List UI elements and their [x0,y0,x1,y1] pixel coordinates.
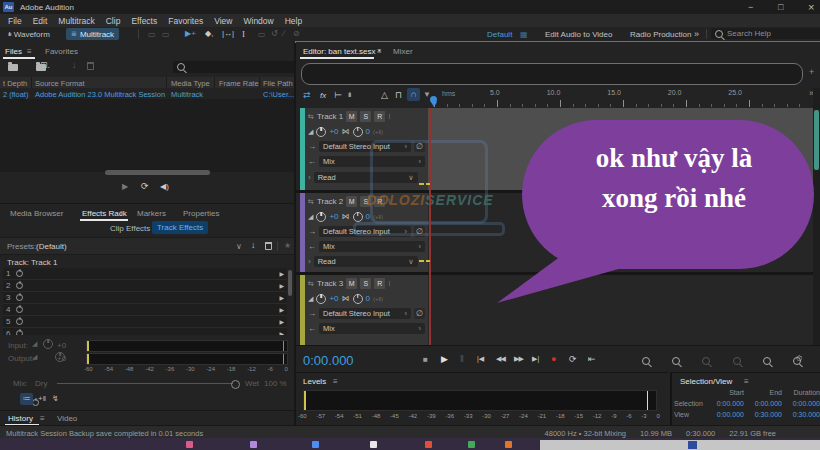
tab-properties[interactable]: Properties [183,209,219,218]
automation-expand-icon[interactable]: › [308,257,311,266]
pan-knob[interactable] [353,294,363,304]
preview-autoplay-speaker-icon[interactable]: ◀) [160,182,169,191]
effect-slot-row[interactable]: 6 ▶ [3,328,287,335]
preview-play-icon[interactable]: ▶ [122,182,128,191]
mute-button[interactable]: M [346,196,357,207]
monitor-input-button[interactable]: I [388,197,390,206]
arrange-tracks-icon[interactable]: ⇄ [303,90,311,100]
taskbar-app-icon[interactable] [425,441,432,448]
tab-files[interactable]: Files [5,47,22,56]
volume-value[interactable]: +0 [329,127,338,136]
open-file-icon[interactable] [8,64,18,71]
new-item-icon[interactable]: ⊞. [40,60,50,70]
editor-menu-icon[interactable]: ≡ [377,47,382,56]
files-panel-menu-icon[interactable]: ≡ [27,47,32,56]
effect-slot-row[interactable]: 4 ▶ [3,304,287,316]
move-tool-icon[interactable]: ▶+ [185,29,196,38]
menu-effects[interactable]: Effects [131,16,157,26]
multitrack-view-button[interactable]: ≣ Multitrack [66,28,119,40]
pre-post-toggle-icon[interactable]: +‖ [38,394,46,403]
workspace-edit-audio-to-video[interactable]: Edit Audio to Video [545,30,612,39]
save-preset-icon[interactable]: ↓ [251,240,256,250]
workspace-default-button[interactable]: Default [487,30,512,39]
playhead-time-display[interactable]: 0:00.000 [303,353,354,368]
loop-playback-button[interactable]: ⟳ [569,354,577,364]
slot-power-icon[interactable] [16,282,23,289]
history-menu-icon[interactable]: ≡ [40,414,45,423]
taskbar-focused-app-icon[interactable] [688,441,697,449]
selection-view-menu-icon[interactable]: ≡ [744,377,749,386]
taskbar-app-icon[interactable] [312,441,319,448]
minimize-button[interactable]: − [748,2,753,12]
tab-markers[interactable]: Markers [137,209,166,218]
menu-edit[interactable]: Edit [33,16,48,26]
subtab-clip-effects[interactable]: Clip Effects [110,224,150,233]
timeline-ruler[interactable]: hms 5.010.015.020.025.0 » [434,88,816,108]
zoom-out-time-icon[interactable] [672,357,680,365]
track-1-header[interactable]: ⇆ Track 1 M S R I ◢ +0 ⋈ 0 (+‖) → Defaul… [300,108,428,190]
slot-power-icon[interactable] [16,270,23,277]
slip-tool-icon[interactable]: |↔| [222,29,234,38]
skip-to-start-button[interactable]: |◀ [477,355,484,363]
tab-selection-view[interactable]: Selection/View [680,377,732,386]
slot-arrow-icon[interactable]: ▶ [279,330,284,335]
solo-button[interactable]: S [360,196,371,207]
track-2-header[interactable]: ⇆ Track 2 M S R I ◢ +0 ⋈ 0 (+‖) → Defaul… [300,193,428,272]
maximize-button[interactable]: □ [778,2,783,12]
slot-arrow-icon[interactable]: ▶ [279,294,284,301]
sv-selection-end[interactable]: 0:00.000 [744,400,782,411]
track-output-select[interactable]: Mix › [319,156,425,167]
slot-arrow-icon[interactable]: ▶ [279,306,284,313]
volume-value[interactable]: +0 [329,294,338,303]
menu-window[interactable]: Window [243,16,273,26]
sv-view-duration[interactable]: 0:30.000 [782,411,820,422]
no-input-icon[interactable]: ∅ [414,308,425,319]
slot-power-icon[interactable] [16,306,23,313]
effect-slot-row[interactable]: 3 ▶ [3,292,287,304]
tracks-vertical-scrollbar[interactable] [814,110,819,170]
taskbar-app-icon[interactable] [505,441,512,448]
effect-slot-row[interactable]: 1 ▶ [3,268,287,280]
pan-knob[interactable] [353,127,363,137]
levels-menu-icon[interactable]: ≡ [333,377,338,386]
taskbar-app-icon[interactable] [186,441,193,448]
play-button[interactable]: ▶ [441,354,448,364]
effects-panel-menu-icon[interactable]: ≡ [120,209,125,218]
pan-value[interactable]: 0 [366,294,370,303]
slot-power-icon[interactable] [16,330,23,335]
files-horizontal-scrollbar[interactable] [105,170,210,175]
sv-view-start[interactable]: 0:00.000 [706,411,744,422]
track-name[interactable]: Track 3 [317,279,343,288]
workspace-radio-production[interactable]: Radio Production [630,30,691,39]
col-media-type[interactable]: Media Type [171,79,210,88]
metronome-icon[interactable]: △ [381,90,388,100]
monitor-input-button[interactable]: I [388,279,390,288]
pause-button[interactable]: ‖ [460,354,464,364]
menu-multitrack[interactable]: Multitrack [58,16,94,26]
menu-file[interactable]: File [8,16,22,26]
track-output-select[interactable]: Mix › [319,241,425,252]
slot-power-icon[interactable] [16,318,23,325]
sv-selection-duration[interactable]: 0:00.000 [782,400,820,411]
tab-editor[interactable]: Editor: ban text.sesx * [303,47,381,56]
effect-slot-row[interactable]: 2 ▶ [3,280,287,292]
delete-preset-icon[interactable] [265,242,272,250]
no-input-icon[interactable]: ∅ [414,226,425,237]
fx-toggle-icon[interactable]: fx [320,91,326,100]
timer-record-icon[interactable]: ⏱ [796,354,802,364]
track-input-select[interactable]: Default Stereo Input › [319,141,411,152]
slot-power-icon[interactable] [16,294,23,301]
mute-button[interactable]: M [346,278,357,289]
taskbar-app-icon[interactable] [370,441,377,448]
col-frame-rate[interactable]: Frame Rate [219,79,259,88]
automation-mode-select[interactable]: Read ∨ [314,172,418,183]
process-effects-icon[interactable]: ↯ [52,394,59,403]
automation-expand-icon[interactable]: › [308,173,311,182]
pan-value[interactable]: 0 [366,127,370,136]
record-arm-button[interactable]: R [374,278,385,289]
tab-media-browser[interactable]: Media Browser [10,209,63,218]
monitor-input-button[interactable]: I [388,112,390,121]
presets-value[interactable]: (Default) [36,242,67,251]
presets-dropdown-chevron-icon[interactable]: ∨ [236,242,242,251]
mute-button[interactable]: M [346,111,357,122]
